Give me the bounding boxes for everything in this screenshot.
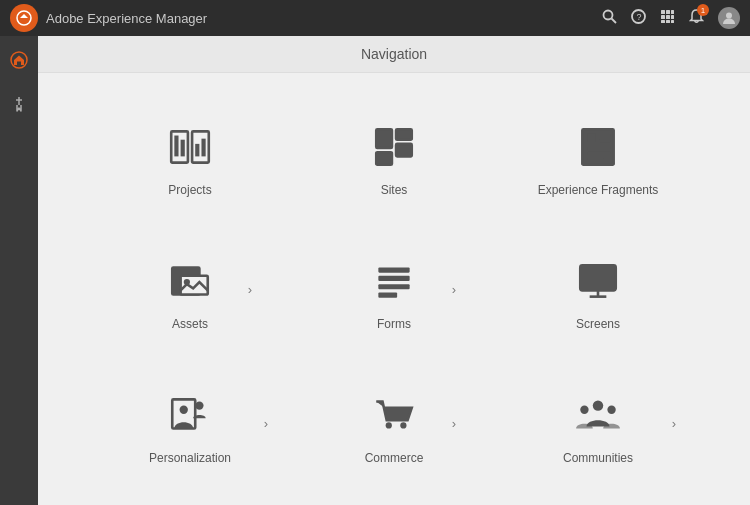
nav-item-assets[interactable]: Assets › (98, 227, 282, 351)
svg-point-1 (604, 11, 613, 20)
nav-grid: Projects Sites (98, 93, 690, 485)
notification-badge: 1 (697, 4, 709, 16)
assets-icon (166, 257, 214, 305)
svg-point-51 (607, 406, 615, 414)
svg-rect-12 (666, 20, 670, 23)
nav-item-forms[interactable]: Forms › (302, 227, 486, 351)
svg-rect-8 (661, 15, 665, 19)
svg-rect-9 (666, 15, 670, 19)
svg-rect-28 (588, 133, 596, 141)
svg-rect-25 (396, 144, 412, 157)
nav-item-projects[interactable]: Projects (98, 93, 282, 217)
svg-rect-26 (376, 152, 392, 165)
app-title: Adobe Experience Manager (46, 11, 207, 26)
svg-rect-38 (378, 276, 409, 281)
svg-rect-20 (192, 131, 209, 162)
experience-fragments-label: Experience Fragments (538, 183, 659, 197)
svg-point-50 (580, 406, 588, 414)
svg-rect-37 (378, 267, 409, 272)
svg-rect-23 (376, 129, 392, 148)
svg-rect-5 (661, 10, 665, 14)
personalization-label: Personalization (149, 451, 231, 465)
screens-label: Screens (576, 317, 620, 331)
svg-rect-16 (171, 131, 188, 162)
nav-item-communities[interactable]: Communities › (506, 361, 690, 485)
svg-rect-10 (671, 15, 674, 19)
main-layout: Navigation (0, 36, 750, 505)
help-icon[interactable]: ? (631, 9, 646, 27)
svg-rect-40 (378, 292, 397, 297)
sites-icon (370, 123, 418, 171)
communities-icon (574, 391, 622, 439)
communities-chevron: › (672, 416, 676, 431)
assets-label: Assets (172, 317, 208, 331)
svg-rect-39 (378, 284, 409, 289)
projects-icon (166, 123, 214, 171)
svg-point-46 (195, 401, 203, 409)
navigation-header: Navigation (38, 36, 750, 73)
apps-icon[interactable] (660, 9, 675, 27)
svg-rect-22 (201, 139, 205, 157)
svg-rect-41 (580, 265, 615, 290)
nav-item-commerce[interactable]: Commerce › (302, 361, 486, 485)
commerce-chevron: › (452, 416, 456, 431)
nav-grid-container: Projects Sites (38, 73, 750, 505)
sidebar-home-icon[interactable] (5, 46, 33, 74)
nav-item-experience-fragments[interactable]: Experience Fragments (506, 93, 690, 217)
svg-rect-17 (174, 136, 178, 157)
svg-rect-6 (666, 10, 670, 14)
svg-rect-11 (661, 20, 665, 23)
experience-fragments-icon (574, 123, 622, 171)
screens-icon (574, 257, 622, 305)
svg-rect-18 (181, 140, 185, 157)
forms-label: Forms (377, 317, 411, 331)
sidebar-pin-icon[interactable] (5, 90, 33, 118)
aem-logo (10, 4, 38, 32)
search-icon[interactable] (602, 9, 617, 27)
notification-icon[interactable]: 1 (689, 9, 704, 27)
communities-label: Communities (563, 451, 633, 465)
svg-point-48 (400, 422, 406, 428)
app-header: Adobe Experience Manager ? (0, 0, 750, 36)
sites-label: Sites (381, 183, 408, 197)
projects-label: Projects (168, 183, 211, 197)
svg-point-45 (180, 406, 188, 414)
svg-rect-7 (671, 10, 674, 14)
header-left: Adobe Experience Manager (10, 4, 207, 32)
main-content: Navigation (38, 36, 750, 505)
header-right: ? 1 (602, 7, 740, 29)
personalization-chevron: › (264, 416, 268, 431)
personalization-icon (166, 391, 214, 439)
user-avatar[interactable] (718, 7, 740, 29)
commerce-label: Commerce (365, 451, 424, 465)
svg-text:?: ? (637, 12, 642, 22)
svg-point-47 (386, 422, 392, 428)
svg-point-49 (593, 400, 603, 410)
nav-item-personalization[interactable]: Personalization › (98, 361, 282, 485)
assets-chevron: › (248, 282, 252, 297)
svg-rect-24 (396, 129, 412, 139)
nav-item-sites[interactable]: Sites (302, 93, 486, 217)
forms-icon (370, 257, 418, 305)
svg-point-14 (726, 13, 732, 19)
svg-rect-21 (195, 144, 199, 157)
nav-item-screens[interactable]: Screens (506, 227, 690, 351)
sidebar (0, 36, 38, 505)
svg-line-2 (612, 19, 617, 24)
forms-chevron: › (452, 282, 456, 297)
commerce-icon (370, 391, 418, 439)
svg-rect-13 (671, 20, 674, 23)
